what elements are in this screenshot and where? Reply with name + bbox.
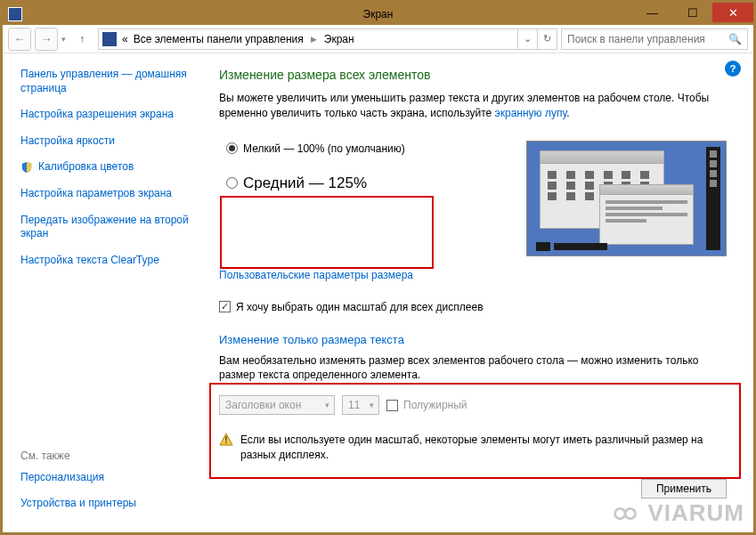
sidebar-item-display-settings[interactable]: Настройка параметров экрана [20, 187, 196, 201]
sidebar-footer-devices[interactable]: Устройства и принтеры [20, 497, 196, 511]
breadcrumb-item[interactable]: Все элементы панели управления [134, 33, 304, 45]
radio-small[interactable]: Мелкий — 100% (по умолчанию) [226, 142, 405, 155]
maximize-button[interactable]: ☐ [672, 3, 712, 22]
radio-icon [226, 142, 238, 154]
search-icon: 🔍 [728, 33, 742, 45]
minimize-button[interactable]: — [632, 3, 672, 22]
radio-medium[interactable]: Средний — 125% [226, 174, 405, 192]
address-bar[interactable]: « Все элементы панели управления ▶ Экран… [98, 28, 557, 50]
radio-small-label: Мелкий — 100% (по умолчанию) [243, 142, 405, 155]
warning-icon: ! [219, 433, 233, 447]
radio-medium-label: Средний — 125% [243, 174, 367, 192]
breadcrumb-prefix: « [122, 33, 128, 45]
app-icon [8, 7, 22, 21]
radio-icon [226, 177, 238, 189]
svg-text:!: ! [224, 435, 227, 445]
bold-checkbox[interactable]: Полужирный [386, 399, 467, 411]
sidebar-item-resolution[interactable]: Настройка разрешения экрана [20, 108, 196, 122]
address-dropdown[interactable]: ⌄ [517, 29, 537, 49]
forward-button[interactable]: → [35, 28, 58, 51]
up-button[interactable]: ↑ [73, 30, 91, 48]
text-item-combo[interactable]: Заголовки окон [219, 395, 335, 415]
page-description: Вы можете увеличить или уменьшить размер… [219, 91, 727, 121]
shield-icon [20, 160, 33, 174]
sidebar-footer-personalization[interactable]: Персонализация [20, 471, 196, 485]
section-text-size-heading: Изменение только размера текста [219, 333, 727, 346]
refresh-button[interactable]: ↻ [537, 29, 557, 49]
custom-size-link[interactable]: Пользовательские параметры размера [219, 269, 413, 281]
warning-text: Если вы используете один масштаб, некото… [240, 433, 727, 463]
sidebar-item-color-calibration[interactable]: Калибровка цветов [38, 160, 134, 174]
location-icon [102, 32, 117, 46]
sidebar-item-home[interactable]: Панель управления — домашняя страница [20, 68, 196, 95]
sidebar-footer-title: См. также [20, 450, 196, 462]
sidebar: Панель управления — домашняя страница На… [3, 53, 203, 532]
close-button[interactable]: ✕ [712, 3, 753, 22]
checkbox-icon: ✓ [219, 301, 231, 312]
watermark: VIARUM [610, 499, 744, 527]
search-box[interactable]: 🔍 [561, 28, 748, 50]
sidebar-item-brightness[interactable]: Настройка яркости [20, 134, 196, 149]
text-size-combo[interactable]: 11 [342, 395, 379, 415]
breadcrumb-item[interactable]: Экран [324, 33, 354, 45]
display-preview [526, 141, 727, 256]
page-heading: Изменение размера всех элементов [219, 68, 727, 82]
apply-button[interactable]: Применить [641, 479, 727, 499]
bold-label: Полужирный [403, 399, 467, 411]
single-scale-checkbox-row[interactable]: ✓ Я хочу выбрать один масштаб для всех д… [219, 301, 727, 313]
magnifier-link[interactable]: экранную лупу [495, 107, 567, 119]
main-panel: Изменение размера всех элементов Вы може… [203, 53, 753, 532]
sidebar-item-project[interactable]: Передать изображение на второй экран [20, 214, 196, 241]
back-button[interactable]: ← [8, 28, 31, 51]
window-title: Экран [363, 8, 394, 20]
search-input[interactable] [567, 33, 742, 45]
history-dropdown[interactable]: ▾ [61, 35, 66, 44]
titlebar: Экран — ☐ ✕ [3, 3, 753, 25]
sidebar-item-cleartype[interactable]: Настройка текста ClearType [20, 254, 196, 268]
section-text-size-desc: Вам необязательно изменять размер всех э… [219, 353, 727, 384]
checkbox-label: Я хочу выбрать один масштаб для всех дис… [236, 301, 484, 313]
checkbox-icon [386, 400, 398, 411]
navbar: ← → ▾ ↑ « Все элементы панели управления… [3, 25, 753, 53]
chevron-right-icon: ▶ [311, 35, 317, 44]
